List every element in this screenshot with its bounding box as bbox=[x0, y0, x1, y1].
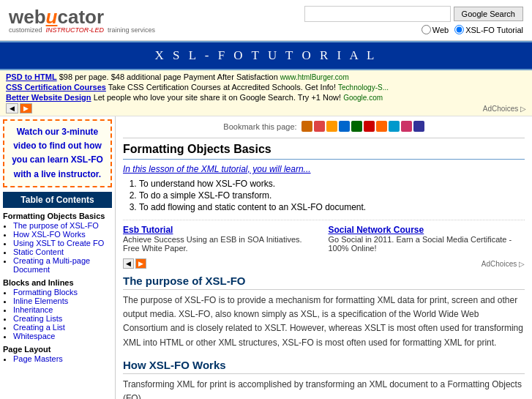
search-button[interactable]: Google Search bbox=[454, 7, 523, 21]
ad-source-3: Google.com bbox=[343, 94, 383, 102]
toc-link-list[interactable]: Creating a List bbox=[13, 323, 65, 332]
sidebar: Watch our 3-minute video to find out how… bbox=[0, 116, 116, 399]
toc-item: Creating Lists bbox=[13, 314, 112, 323]
inline-ad-choices: AdChoices ▷ bbox=[482, 260, 525, 268]
logo-cator-text: cator bbox=[57, 6, 104, 28]
search-area: Google Search Web XSL-FO Tutorial bbox=[304, 6, 523, 34]
ad-right-text: Go Social in 2011. Earn a Social Media C… bbox=[329, 235, 525, 253]
toc-item: Whitespace bbox=[13, 332, 112, 340]
bm-icon-9[interactable] bbox=[401, 121, 412, 132]
ad-nav-buttons: ◀ ▶ bbox=[6, 103, 32, 113]
section-works: How XSL-FO Works Transforming XML for pr… bbox=[123, 359, 525, 399]
ad-line-1: PSD to HTML $98 per page. $48 additional… bbox=[6, 72, 526, 81]
toc-header: Table of Contents bbox=[3, 192, 112, 208]
bm-icon-4[interactable] bbox=[339, 121, 350, 132]
toc-link-inline[interactable]: Inline Elements bbox=[13, 297, 68, 305]
header: webucator customized INSTRUCTOR-LED trai… bbox=[0, 0, 532, 41]
ad-link-1[interactable]: PSD to HTML bbox=[6, 72, 57, 81]
ad-right: Social Network Course Go Social in 2011.… bbox=[329, 225, 525, 253]
title-banner: X S L - F O T U T O R I A L bbox=[0, 41, 532, 70]
toc-item: Static Content bbox=[13, 247, 112, 256]
section-purpose-title: The purpose of XSL-FO bbox=[123, 275, 525, 290]
radio-xslfo[interactable] bbox=[454, 25, 464, 34]
bookmark-row: Bookmark this page: bbox=[123, 121, 525, 132]
learn-list: To understand how XSL-FO works. To do a … bbox=[123, 179, 525, 212]
ad-link-2[interactable]: CSS Certification Courses bbox=[6, 83, 106, 92]
ad-next-button[interactable]: ▶ bbox=[20, 103, 32, 113]
toc-group-page: Page Layout Page Masters bbox=[3, 345, 112, 363]
bm-icon-3[interactable] bbox=[326, 121, 337, 132]
logo: webucator bbox=[9, 7, 155, 26]
bookmark-icons bbox=[301, 121, 424, 132]
toc-item: Inline Elements bbox=[13, 297, 112, 305]
toc-link-works[interactable]: How XSL-FO Works bbox=[13, 230, 86, 239]
bm-icon-1[interactable] bbox=[301, 121, 312, 132]
learn-item-3: To add flowing and static content to an … bbox=[139, 202, 525, 212]
toc-item: Creating a List bbox=[13, 323, 112, 332]
toc-item: Inheritance bbox=[13, 305, 112, 314]
learn-item-1: To understand how XSL-FO works. bbox=[139, 179, 525, 189]
bm-icon-6[interactable] bbox=[364, 121, 375, 132]
toc-link-blocks[interactable]: Formatting Blocks bbox=[13, 288, 78, 297]
toc-link-xslt[interactable]: Using XSLT to Create FO bbox=[13, 239, 104, 247]
section-works-title: How XSL-FO Works bbox=[123, 359, 525, 374]
bm-icon-10[interactable] bbox=[413, 121, 424, 132]
ad-source-1: www.htmlBurger.com bbox=[280, 73, 349, 81]
ad-line-3: Better Website Design Let people who lov… bbox=[6, 93, 526, 102]
toc-link-inheritance[interactable]: Inheritance bbox=[13, 305, 53, 314]
section-purpose-text: The purpose of XSL-FO is to provide a me… bbox=[123, 294, 525, 350]
search-row: Google Search bbox=[304, 6, 523, 22]
main-layout: Watch our 3-minute video to find out how… bbox=[0, 116, 532, 399]
logo-instructor: INSTRUCTOR bbox=[46, 26, 89, 34]
ad-choices: AdChoices ▷ bbox=[483, 105, 526, 113]
ad-text-2: Take CSS Certification Courses at Accred… bbox=[108, 83, 338, 92]
toc-link-multipage[interactable]: Creating a Multi-page Document bbox=[13, 256, 90, 274]
ad-strip: PSD to HTML $98 per page. $48 additional… bbox=[0, 70, 532, 116]
radio-web-label[interactable]: Web bbox=[422, 25, 449, 34]
learn-item-2: To do a simple XSL-FO transform. bbox=[139, 190, 525, 201]
radio-row: Web XSL-FO Tutorial bbox=[422, 25, 523, 34]
toc-item: Page Masters bbox=[13, 354, 112, 363]
inline-ad-next[interactable]: ▶ bbox=[135, 258, 146, 269]
ad-right-title[interactable]: Social Network Course bbox=[329, 225, 424, 235]
main-heading: Formatting Objects Basics bbox=[123, 143, 525, 160]
ad-text-3: Let people who love your site share it o… bbox=[94, 93, 344, 102]
ad-left-text: Achieve Success Using an ESB in SOA Init… bbox=[123, 235, 320, 253]
section-works-text: Transforming XML for print is accomplish… bbox=[123, 378, 525, 399]
inline-ad-buttons: ◀ ▶ bbox=[123, 258, 146, 269]
radio-xslfo-label[interactable]: XSL-FO Tutorial bbox=[454, 25, 523, 34]
toc-link-whitespace[interactable]: Whitespace bbox=[13, 332, 55, 340]
ad-line-2: CSS Certification Courses Take CSS Certi… bbox=[6, 83, 526, 92]
toc-item: Formatting Blocks bbox=[13, 288, 112, 297]
bm-icon-5[interactable] bbox=[351, 121, 362, 132]
radio-web[interactable] bbox=[422, 25, 431, 34]
inline-ad-prev[interactable]: ◀ bbox=[123, 258, 134, 269]
toc-group-title-formatting: Formatting Objects Basics bbox=[3, 212, 112, 220]
toc-item: Creating a Multi-page Document bbox=[13, 256, 112, 274]
toc-link-purpose[interactable]: The purpose of XSL-FO bbox=[13, 221, 99, 230]
toc-content: Formatting Objects Basics The purpose of… bbox=[3, 212, 112, 363]
ad-text-1: $98 per page. $48 additional page Paymen… bbox=[59, 72, 280, 81]
section-purpose: The purpose of XSL-FO The purpose of XSL… bbox=[123, 275, 525, 350]
intro-link[interactable]: In this lesson of the XML tutorial, you … bbox=[123, 164, 525, 174]
toc-link-static[interactable]: Static Content bbox=[13, 247, 64, 256]
video-box-text: Watch our 3-minute video to find out how… bbox=[12, 127, 103, 179]
toc-link-masters[interactable]: Page Masters bbox=[13, 354, 63, 363]
bm-icon-7[interactable] bbox=[376, 121, 387, 132]
bm-icon-8[interactable] bbox=[389, 121, 400, 132]
toc-group-title-blocks: Blocks and Inlines bbox=[3, 278, 112, 287]
logo-led: -LED bbox=[89, 26, 104, 34]
bookmark-label: Bookmark this page: bbox=[223, 122, 296, 131]
toc-item: Using XSLT to Create FO bbox=[13, 239, 112, 247]
ad-prev-button[interactable]: ◀ bbox=[6, 103, 18, 113]
toc-item: The purpose of XSL-FO bbox=[13, 221, 112, 230]
toc-link-lists[interactable]: Creating Lists bbox=[13, 314, 62, 323]
ad-left-title[interactable]: Esb Tutorial bbox=[123, 225, 173, 235]
inline-ads: Esb Tutorial Achieve Success Using an ES… bbox=[123, 220, 525, 253]
search-input[interactable] bbox=[304, 6, 451, 22]
logo-tagline: customized INSTRUCTOR-LED training servi… bbox=[9, 26, 155, 34]
logo-web-text: web bbox=[9, 6, 46, 28]
ad-link-3[interactable]: Better Website Design bbox=[6, 93, 91, 102]
ad-source-2: Technology-S... bbox=[338, 83, 389, 92]
bm-icon-2[interactable] bbox=[314, 121, 325, 132]
